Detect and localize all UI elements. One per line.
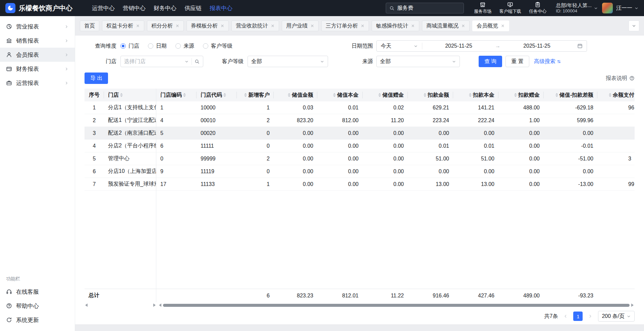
close-icon[interactable] — [220, 24, 224, 28]
top-nav-item-2[interactable]: 营销中心 — [123, 4, 146, 12]
scroll-left-icon[interactable] — [85, 303, 88, 307]
store-search-icon[interactable] — [195, 59, 200, 64]
level-select[interactable]: 全部 — [248, 56, 328, 67]
sidebar-footer-item-3[interactable]: 系统更新 — [0, 313, 75, 327]
sort-icon[interactable] — [244, 93, 247, 97]
table-scrollbar[interactable] — [156, 303, 635, 307]
sort-icon[interactable] — [288, 93, 290, 97]
column-header-5[interactable]: 新增客户 — [237, 89, 274, 101]
pinned-columns-scrollbar[interactable] — [85, 303, 156, 307]
service-market-button[interactable]: 服务市场 — [470, 2, 495, 14]
top-nav-item-1[interactable]: 运营中心 — [92, 4, 115, 12]
dimension-radio-3[interactable]: 来源 — [175, 43, 194, 50]
source-select[interactable]: 全部 — [376, 56, 460, 67]
close-icon[interactable] — [175, 24, 179, 28]
scroll-right-icon[interactable] — [153, 303, 156, 307]
table-row-4[interactable]: 4分店2（平台小程序线61111100.000.000.000.010.010.… — [85, 140, 635, 152]
clear-search-icon[interactable] — [455, 5, 460, 11]
sort-icon[interactable] — [223, 93, 226, 97]
reset-button[interactable]: 重 置 — [505, 56, 529, 67]
column-header-12[interactable]: 储值-扣款差额 — [544, 89, 597, 101]
column-header-13[interactable]: 余额支付 — [597, 89, 635, 101]
table-row-1[interactable]: 1分店1（支持线上支付11000010.030.010.02629.21141.… — [85, 101, 635, 114]
column-header-4[interactable]: 门店代码 — [197, 89, 237, 101]
sidebar-item-1[interactable]: 营业报表 — [0, 19, 75, 34]
page-size-select[interactable]: 200 条/页 — [598, 311, 635, 322]
scroll-right-icon[interactable] — [631, 303, 634, 307]
tab-2[interactable]: 权益卡分析 — [102, 20, 144, 31]
close-icon[interactable] — [310, 24, 314, 28]
column-header-11[interactable]: 扣款赠金 — [498, 89, 544, 101]
sidebar-item-2[interactable]: 销售报表 — [0, 34, 75, 48]
tab-7[interactable]: 三方订单分析 — [321, 20, 369, 31]
close-icon[interactable] — [461, 24, 465, 28]
sidebar-item-4[interactable]: 财务报表 — [0, 62, 75, 76]
tab-5[interactable]: 营业收款统计 — [231, 20, 279, 31]
sidebar-footer-item-2[interactable]: 帮助中心 — [0, 299, 75, 313]
export-button[interactable]: 导 出 — [85, 73, 108, 84]
dimension-radio-1[interactable]: 门店 — [120, 43, 139, 50]
dimension-radio-2[interactable]: 日期 — [148, 43, 167, 50]
close-icon[interactable] — [136, 24, 140, 28]
table-row-7[interactable]: 7预发验证专用_球球别171113310.000.000.0013.0013.0… — [85, 178, 635, 191]
column-header-9[interactable]: 扣款金额 — [408, 89, 453, 101]
sort-icon[interactable] — [555, 93, 558, 97]
client-download-button[interactable]: 客户端下载 — [497, 2, 523, 14]
sort-icon[interactable] — [609, 93, 611, 97]
sidebar-footer-item-1[interactable]: 在线客服 — [0, 285, 75, 299]
sort-icon[interactable] — [183, 93, 186, 97]
table-row-6[interactable]: 6分店10（上海加盟店）91111900.000.000.000.000.000… — [85, 165, 635, 178]
prev-page-button[interactable] — [561, 312, 570, 321]
sort-icon[interactable] — [120, 93, 123, 97]
tab-9[interactable]: 商城流量概况 — [422, 20, 470, 31]
store-select[interactable]: 选择门店 — [120, 56, 203, 67]
tab-3[interactable]: 积分分析 — [147, 20, 184, 31]
column-header-7[interactable]: 储值本金 — [317, 89, 363, 101]
report-help-link[interactable]: 报表说明 — [606, 75, 635, 82]
dimension-radio-4[interactable]: 客户等级 — [203, 43, 232, 50]
tab-collapse-button[interactable] — [629, 20, 639, 31]
tab-1[interactable]: 首页 — [80, 20, 99, 31]
tab-6[interactable]: 用户业绩 — [282, 20, 319, 31]
task-center-button[interactable]: 任务中心 — [525, 2, 550, 14]
close-icon[interactable] — [361, 24, 365, 28]
close-icon[interactable] — [271, 24, 275, 28]
avatar[interactable] — [602, 3, 613, 13]
date-preset-select[interactable]: 今天 — [377, 43, 422, 50]
sidebar-item-3[interactable]: 会员报表 — [0, 48, 75, 62]
search-button[interactable]: 查 询 — [479, 56, 502, 67]
top-nav-item-4[interactable]: 供应链 — [184, 4, 202, 12]
calendar-icon[interactable] — [573, 43, 587, 49]
advanced-search-link[interactable]: 高级搜索 — [534, 58, 561, 65]
scrollbar-thumb[interactable] — [163, 304, 630, 307]
sort-icon[interactable] — [378, 93, 381, 97]
table-row-5[interactable]: 5管理中心09999920.000.000.0051.0051.000.00-5… — [85, 152, 635, 165]
start-date-input[interactable]: 2025-11-25 — [422, 43, 495, 49]
top-nav-item-5[interactable]: 报表中心 — [210, 4, 232, 12]
scroll-left-icon[interactable] — [159, 303, 161, 307]
table-row-3[interactable]: 3配送2（南京浦口配送50002000.000.000.000.000.000.… — [85, 127, 635, 140]
column-header-2[interactable]: 门店 — [104, 89, 156, 101]
column-header-6[interactable]: 储值金额 — [274, 89, 317, 101]
sort-icon[interactable] — [469, 93, 472, 97]
sidebar-item-5[interactable]: 运营报表 — [0, 76, 75, 90]
table-row-2[interactable]: 2配送1（宁波江北配送4000102823.20812.0011.20223.2… — [85, 114, 635, 127]
sort-icon[interactable] — [424, 93, 426, 97]
user-menu[interactable]: 汪一一 — [616, 5, 639, 12]
column-header-10[interactable]: 扣款本金 — [453, 89, 498, 101]
column-header-8[interactable]: 储值赠金 — [363, 89, 408, 101]
topbar-search-input[interactable]: 服务费 — [386, 3, 464, 13]
org-selector[interactable]: 总部/年轻人第... ID: 100004 — [556, 2, 598, 14]
current-page-button[interactable]: 1 — [573, 312, 583, 321]
tab-4[interactable]: 券模板分析 — [186, 20, 229, 31]
top-nav-item-3[interactable]: 财务中心 — [154, 4, 176, 12]
column-header-3[interactable]: 门店编码 — [156, 89, 197, 101]
tab-8[interactable]: 敏感操作统计 — [372, 20, 419, 31]
close-icon[interactable] — [411, 24, 415, 28]
close-icon[interactable] — [501, 24, 505, 28]
sort-icon[interactable] — [514, 93, 517, 97]
next-page-button[interactable] — [586, 312, 595, 321]
app-logo[interactable] — [5, 3, 15, 13]
tab-10[interactable]: 会员概览 — [472, 20, 509, 31]
sort-icon[interactable] — [333, 93, 336, 97]
